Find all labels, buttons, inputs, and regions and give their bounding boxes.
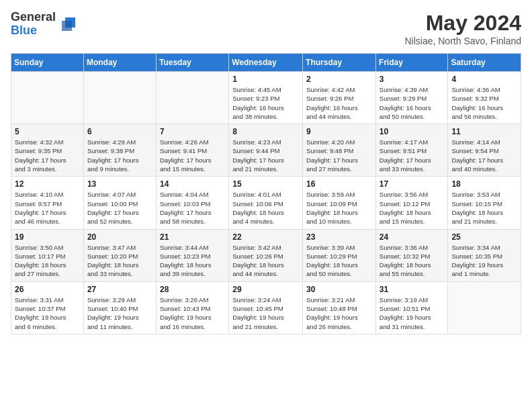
- calendar-cell: 24Sunrise: 3:36 AM Sunset: 10:32 PM Dayl…: [375, 229, 448, 281]
- calendar-cell: [83, 72, 156, 124]
- calendar-cell: 21Sunrise: 3:44 AM Sunset: 10:23 PM Dayl…: [156, 229, 228, 281]
- calendar-cell: [156, 72, 228, 124]
- day-number: 6: [87, 127, 152, 136]
- logo-general-text: General: [11, 11, 56, 24]
- day-info: Sunrise: 3:34 AM Sunset: 10:35 PM Daylig…: [451, 243, 517, 279]
- day-number: 28: [160, 285, 225, 294]
- day-number: 23: [306, 232, 372, 242]
- day-info: Sunrise: 3:29 AM Sunset: 10:40 PM Daylig…: [87, 295, 152, 331]
- day-number: 30: [306, 285, 372, 294]
- calendar-cell: 7Sunrise: 4:26 AM Sunset: 9:41 PM Daylig…: [156, 124, 228, 177]
- day-number: 26: [15, 285, 80, 294]
- week-row-4: 19Sunrise: 3:50 AM Sunset: 10:17 PM Dayl…: [11, 229, 521, 281]
- day-info: Sunrise: 4:42 AM Sunset: 9:26 PM Dayligh…: [306, 85, 372, 121]
- day-info: Sunrise: 4:45 AM Sunset: 9:23 PM Dayligh…: [232, 85, 299, 121]
- calendar-cell: 25Sunrise: 3:34 AM Sunset: 10:35 PM Dayl…: [448, 229, 521, 281]
- day-number: 27: [87, 285, 152, 294]
- day-number: 18: [451, 179, 517, 189]
- weekday-header-monday: Monday: [83, 54, 156, 72]
- day-info: Sunrise: 3:56 AM Sunset: 10:12 PM Daylig…: [380, 190, 445, 226]
- day-number: 29: [232, 285, 299, 294]
- calendar-header: SundayMondayTuesdayWednesdayThursdayFrid…: [11, 54, 521, 72]
- title-block: May 2024 Nilsiae, North Savo, Finland: [404, 11, 521, 46]
- day-number: 22: [232, 232, 299, 242]
- day-info: Sunrise: 3:31 AM Sunset: 10:37 PM Daylig…: [15, 295, 80, 331]
- day-info: Sunrise: 4:04 AM Sunset: 10:03 PM Daylig…: [160, 190, 225, 226]
- month-title: May 2024: [404, 11, 521, 36]
- day-number: 3: [380, 75, 445, 84]
- day-number: 25: [451, 232, 517, 242]
- day-number: 1: [232, 75, 299, 84]
- day-number: 12: [15, 179, 80, 189]
- day-number: 24: [380, 232, 445, 242]
- week-row-5: 26Sunrise: 3:31 AM Sunset: 10:37 PM Dayl…: [11, 281, 521, 334]
- day-number: 31: [380, 285, 445, 294]
- day-info: Sunrise: 4:32 AM Sunset: 9:35 PM Dayligh…: [15, 138, 80, 173]
- weekday-header-sunday: Sunday: [11, 54, 84, 72]
- day-info: Sunrise: 3:50 AM Sunset: 10:17 PM Daylig…: [15, 243, 80, 279]
- weekday-header-row: SundayMondayTuesdayWednesdayThursdayFrid…: [11, 54, 521, 72]
- logo-icon: [58, 14, 79, 34]
- day-info: Sunrise: 3:42 AM Sunset: 10:26 PM Daylig…: [232, 243, 299, 279]
- day-number: 5: [15, 127, 80, 136]
- day-number: 9: [306, 127, 372, 136]
- calendar-cell: 26Sunrise: 3:31 AM Sunset: 10:37 PM Dayl…: [11, 281, 84, 334]
- day-number: 21: [160, 232, 225, 242]
- day-info: Sunrise: 3:39 AM Sunset: 10:29 PM Daylig…: [306, 243, 372, 279]
- calendar-cell: [11, 72, 84, 124]
- calendar-cell: 16Sunrise: 3:59 AM Sunset: 10:09 PM Dayl…: [303, 177, 376, 229]
- calendar-cell: 8Sunrise: 4:23 AM Sunset: 9:44 PM Daylig…: [229, 124, 303, 177]
- calendar-cell: 19Sunrise: 3:50 AM Sunset: 10:17 PM Dayl…: [11, 229, 84, 281]
- day-info: Sunrise: 3:44 AM Sunset: 10:23 PM Daylig…: [160, 243, 225, 279]
- calendar-cell: 6Sunrise: 4:29 AM Sunset: 9:38 PM Daylig…: [83, 124, 156, 177]
- calendar-cell: 29Sunrise: 3:24 AM Sunset: 10:45 PM Dayl…: [229, 281, 303, 334]
- calendar-cell: 23Sunrise: 3:39 AM Sunset: 10:29 PM Dayl…: [303, 229, 376, 281]
- calendar-body: 1Sunrise: 4:45 AM Sunset: 9:23 PM Daylig…: [11, 72, 521, 334]
- calendar-cell: 18Sunrise: 3:53 AM Sunset: 10:15 PM Dayl…: [448, 177, 521, 229]
- day-info: Sunrise: 4:14 AM Sunset: 9:54 PM Dayligh…: [451, 138, 517, 173]
- day-number: 7: [160, 127, 225, 136]
- day-number: 15: [232, 179, 299, 189]
- calendar-cell: 15Sunrise: 4:01 AM Sunset: 10:06 PM Dayl…: [229, 177, 303, 229]
- calendar-cell: 12Sunrise: 4:10 AM Sunset: 9:57 PM Dayli…: [11, 177, 84, 229]
- week-row-1: 1Sunrise: 4:45 AM Sunset: 9:23 PM Daylig…: [11, 72, 521, 124]
- weekday-header-saturday: Saturday: [448, 54, 521, 72]
- svg-marker-1: [62, 21, 72, 31]
- calendar-cell: 11Sunrise: 4:14 AM Sunset: 9:54 PM Dayli…: [448, 124, 521, 177]
- day-info: Sunrise: 4:07 AM Sunset: 10:00 PM Daylig…: [87, 190, 152, 226]
- day-number: 8: [232, 127, 299, 136]
- day-number: 11: [451, 127, 517, 136]
- weekday-header-thursday: Thursday: [303, 54, 376, 72]
- day-info: Sunrise: 4:23 AM Sunset: 9:44 PM Dayligh…: [232, 138, 299, 173]
- calendar-cell: 13Sunrise: 4:07 AM Sunset: 10:00 PM Dayl…: [83, 177, 156, 229]
- day-number: 16: [306, 179, 372, 189]
- calendar-cell: 27Sunrise: 3:29 AM Sunset: 10:40 PM Dayl…: [83, 281, 156, 334]
- logo: General Blue: [11, 11, 79, 38]
- calendar-table: SundayMondayTuesdayWednesdayThursdayFrid…: [11, 53, 521, 334]
- day-info: Sunrise: 3:26 AM Sunset: 10:43 PM Daylig…: [160, 295, 225, 331]
- calendar-cell: 3Sunrise: 4:39 AM Sunset: 9:29 PM Daylig…: [375, 72, 448, 124]
- calendar-cell: 1Sunrise: 4:45 AM Sunset: 9:23 PM Daylig…: [229, 72, 303, 124]
- day-info: Sunrise: 4:26 AM Sunset: 9:41 PM Dayligh…: [160, 138, 225, 173]
- weekday-header-wednesday: Wednesday: [229, 54, 303, 72]
- day-info: Sunrise: 4:01 AM Sunset: 10:06 PM Daylig…: [232, 190, 299, 226]
- day-info: Sunrise: 4:20 AM Sunset: 9:48 PM Dayligh…: [306, 138, 372, 173]
- week-row-3: 12Sunrise: 4:10 AM Sunset: 9:57 PM Dayli…: [11, 177, 521, 229]
- day-number: 20: [87, 232, 152, 242]
- calendar-cell: 20Sunrise: 3:47 AM Sunset: 10:20 PM Dayl…: [83, 229, 156, 281]
- day-info: Sunrise: 3:47 AM Sunset: 10:20 PM Daylig…: [87, 243, 152, 279]
- calendar-cell: [448, 281, 521, 334]
- logo-blue-text: Blue: [11, 24, 56, 38]
- calendar-cell: 31Sunrise: 3:19 AM Sunset: 10:51 PM Dayl…: [375, 281, 448, 334]
- day-info: Sunrise: 3:19 AM Sunset: 10:51 PM Daylig…: [380, 295, 445, 331]
- day-info: Sunrise: 4:39 AM Sunset: 9:29 PM Dayligh…: [380, 85, 445, 121]
- day-info: Sunrise: 4:10 AM Sunset: 9:57 PM Dayligh…: [15, 190, 80, 226]
- day-number: 4: [451, 75, 517, 84]
- day-info: Sunrise: 3:21 AM Sunset: 10:48 PM Daylig…: [306, 295, 372, 331]
- calendar-cell: 9Sunrise: 4:20 AM Sunset: 9:48 PM Daylig…: [303, 124, 376, 177]
- calendar-cell: 4Sunrise: 4:36 AM Sunset: 9:32 PM Daylig…: [448, 72, 521, 124]
- day-info: Sunrise: 3:36 AM Sunset: 10:32 PM Daylig…: [380, 243, 445, 279]
- day-info: Sunrise: 3:53 AM Sunset: 10:15 PM Daylig…: [451, 190, 517, 226]
- weekday-header-tuesday: Tuesday: [156, 54, 228, 72]
- day-number: 19: [15, 232, 80, 242]
